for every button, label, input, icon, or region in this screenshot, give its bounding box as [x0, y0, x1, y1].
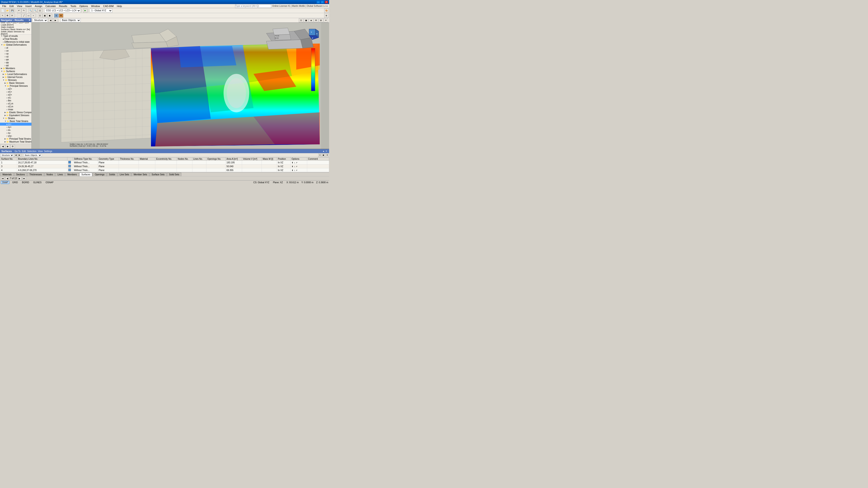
tab-sections[interactable]: Sections — [14, 173, 27, 176]
grid-toggle[interactable]: GRID — [11, 181, 19, 184]
nav-internal-forces[interactable]: ▶ 📁 Internal Forces — [0, 76, 31, 78]
menu-file[interactable]: File — [1, 4, 8, 8]
nav-max-total[interactable]: ▶📁 Maximum Total Strains — [0, 140, 31, 143]
nav-s2m[interactable]: ○σ2,m — [0, 105, 31, 108]
nav-ex-minus[interactable]: ○εx- — [0, 129, 31, 131]
search-input[interactable] — [235, 4, 271, 8]
navigator-close[interactable]: ✕ — [29, 19, 31, 22]
menu-insert[interactable]: Insert — [24, 4, 33, 8]
tab-materials[interactable]: Materials — [0, 173, 14, 176]
glines-toggle[interactable]: GLINES — [32, 181, 43, 184]
results-goto[interactable]: Go To — [14, 150, 21, 153]
tab-members[interactable]: Members — [65, 173, 79, 176]
nav-principal-total[interactable]: ▶📁 Principal Total Strains — [0, 137, 31, 140]
menu-cad-bim[interactable]: CAD-BIM — [102, 4, 115, 8]
nav-s1m[interactable]: ○σ1,m — [0, 102, 31, 105]
nav-s1-plus[interactable]: ○σ1+ — [0, 90, 31, 93]
nav-ey-minus[interactable]: ○εy- — [0, 131, 31, 134]
osnap-toggle[interactable]: OSNAP — [44, 181, 55, 184]
nav-stresses[interactable]: ▼ 📁 Stresses — [0, 78, 31, 82]
nav-phix[interactable]: ○ φx — [0, 58, 31, 61]
nav-gxy[interactable]: ○γxy- — [0, 134, 31, 137]
vp-icon2[interactable]: ▣ — [304, 18, 308, 22]
results-btn3[interactable]: ⚙ — [326, 154, 329, 157]
nav-type-of-results[interactable]: ▼ Type of results — [0, 35, 31, 37]
nav-next-button[interactable]: ▶ — [5, 144, 10, 149]
nav-equiv-stresses[interactable]: ▶ 📁 Equivalent Stresses — [0, 114, 31, 117]
close-button[interactable]: ✕ — [324, 0, 328, 4]
move-button[interactable]: ✥ — [5, 13, 10, 18]
results-btn1[interactable]: ⊡ — [318, 154, 321, 157]
vp-prev-btn[interactable]: ◀ — [48, 18, 53, 22]
nav-ux[interactable]: ○ ux — [0, 49, 31, 52]
surface-button[interactable]: ▭ — [26, 13, 31, 18]
zoom-in-button[interactable]: 🔍 — [28, 8, 33, 13]
zoom-fit-button[interactable]: ⊡ — [38, 8, 42, 13]
vp-icon4[interactable]: ⚙ — [314, 18, 318, 22]
zoom-out-button[interactable]: 🔍 — [33, 8, 37, 13]
results-view[interactable]: View — [38, 150, 43, 153]
minimize-button[interactable]: — — [316, 0, 320, 4]
run-calc-button[interactable]: ▶ — [83, 8, 88, 13]
structure-combo[interactable]: Structure — [33, 19, 48, 22]
page-first[interactable]: ⏮ — [1, 177, 4, 180]
nav-s1-minus[interactable]: ○σ1- — [0, 96, 31, 99]
menu-assign[interactable]: Assign — [33, 4, 43, 8]
nav-phiy[interactable]: ○ φy — [0, 61, 31, 64]
nav-sz-plus[interactable]: ○σZ+ — [0, 88, 31, 90]
results-expand[interactable]: ▲ — [322, 150, 324, 152]
maximize-button[interactable]: □ — [320, 0, 324, 4]
view-selector[interactable]: 1 - Global XYZ — [90, 8, 112, 13]
nav-phiz[interactable]: ○ φz — [0, 64, 31, 67]
display-mode-render[interactable]: ◼ — [47, 13, 52, 18]
table-row[interactable]: 4 4-9,268,37-58,270 Without Thick... Pla… — [0, 168, 329, 172]
basic-objects-combo[interactable]: Basic Objects — [60, 19, 81, 22]
nav-local-deformations[interactable]: ▶ 📁 Local Deformations — [0, 73, 31, 76]
show-results[interactable]: R — [59, 13, 63, 18]
results-structure-combo[interactable]: Structure — [0, 154, 14, 157]
page-last[interactable]: ⏭ — [22, 177, 26, 180]
menu-options[interactable]: Options — [78, 4, 89, 8]
nav-prev-button[interactable]: ◀ — [0, 144, 5, 149]
solid-button[interactable]: ▪ — [31, 13, 35, 18]
nav-global-deformations[interactable]: ▼ 📁 Global Deformations — [0, 43, 31, 46]
save-button[interactable]: 💾 — [10, 8, 14, 13]
vp-close[interactable]: ✕ — [324, 18, 328, 22]
tab-openings[interactable]: Openings — [93, 173, 106, 176]
results-next[interactable]: ▶ — [18, 154, 21, 157]
nav-ex-plus[interactable]: ●εx+ — [0, 123, 31, 126]
vp-icon1[interactable]: ⊡ — [299, 18, 303, 22]
table-row[interactable]: 3 19-26,36-45,27 Without Thick... Plane … — [0, 164, 329, 168]
page-next[interactable]: ▶ — [18, 177, 22, 180]
results-btn2[interactable]: ▣ — [322, 154, 325, 157]
tab-surface-sets[interactable]: Surface Sets — [150, 173, 166, 176]
render-button[interactable]: 🎨 — [324, 8, 329, 13]
tab-solids[interactable]: Solids — [107, 173, 117, 176]
results-prev[interactable]: ◀ — [14, 154, 18, 157]
open-button[interactable]: 📂 — [5, 8, 10, 13]
rotate-button[interactable]: ⟳ — [10, 13, 14, 18]
nav-uy[interactable]: ○ uy — [0, 52, 31, 55]
menu-view[interactable]: View — [16, 4, 24, 8]
menu-help[interactable]: Help — [116, 4, 123, 8]
nav-ey-plus[interactable]: ○εy+ — [0, 126, 31, 129]
lc-selector[interactable]: CO2: LC1 + LC2 + LC3 + LC4 — [44, 8, 81, 13]
menu-edit[interactable]: Edit — [8, 4, 15, 8]
nav-final-results[interactable]: ● Final Results — [0, 37, 31, 40]
window-controls[interactable]: — □ ✕ — [316, 0, 328, 4]
vp-maximize[interactable]: ⊞ — [319, 18, 323, 22]
redo-button[interactable]: ↷ — [22, 8, 26, 13]
menu-results[interactable]: Results — [58, 4, 69, 8]
tab-lines[interactable]: Lines — [55, 173, 65, 176]
tab-line-sets[interactable]: Line Sets — [118, 173, 131, 176]
color-by-surface[interactable]: S — [54, 13, 59, 18]
undo-button[interactable]: ↶ — [17, 8, 21, 13]
3d-canvas[interactable]: 75.00 80.00 Y X Z Surfaces | max εy+: 0.… — [32, 23, 329, 149]
nav-s2-plus[interactable]: ○σ2+ — [0, 93, 31, 96]
line-button[interactable]: ╱ — [22, 13, 26, 18]
tab-member-sets[interactable]: Member Sets — [131, 173, 149, 176]
bgrid-toggle[interactable]: BGRID — [21, 181, 30, 184]
nav-strains[interactable]: ▼ 📁 Strains — [0, 117, 31, 120]
table-row[interactable]: 1 16,17,28,65-47,18 Without Thick... Pla… — [0, 161, 329, 164]
results-objects-combo[interactable]: Basic Objects — [24, 154, 42, 157]
